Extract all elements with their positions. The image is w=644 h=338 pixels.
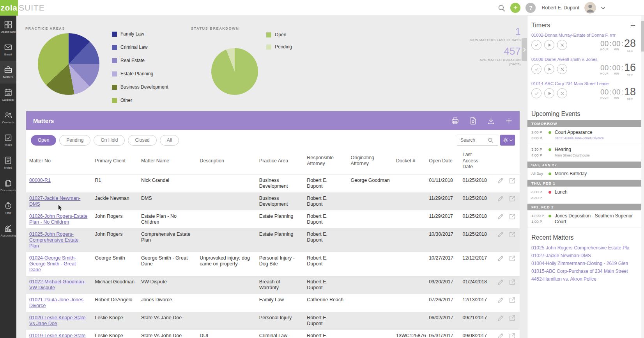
- timer-play-button[interactable]: [544, 40, 554, 50]
- open-external-icon[interactable]: [509, 297, 515, 303]
- timer-complete-button[interactable]: [531, 88, 541, 98]
- sidebar-item-tasks[interactable]: Tasks: [0, 129, 16, 151]
- edit-pencil-icon[interactable]: [497, 315, 504, 321]
- col-matter-name[interactable]: Matter Name: [138, 149, 196, 174]
- add-timer-button[interactable]: [630, 23, 636, 28]
- matter-link[interactable]: 01024-George Smith-George Smith - Great …: [29, 255, 76, 272]
- timer-discard-button[interactable]: [557, 88, 567, 98]
- add-icon[interactable]: [505, 117, 513, 125]
- app-logo[interactable]: zola SUITE: [0, 0, 45, 16]
- table-row[interactable]: 01021-Paula Jone-Jones Divorce Robert De…: [26, 294, 520, 312]
- open-external-icon[interactable]: [509, 231, 515, 238]
- sidebar-item-contacts[interactable]: Contacts: [0, 106, 16, 129]
- table-row[interactable]: 01024-George Smith-George Smith - Great …: [26, 252, 520, 276]
- table-row[interactable]: 01019-Leslie Knope-State Vs John Doe Les…: [26, 330, 520, 338]
- chevron-down-icon[interactable]: [601, 7, 605, 9]
- search-input[interactable]: [457, 137, 488, 143]
- col-primary-client[interactable]: Primary Client: [92, 149, 138, 174]
- timer-discard-button[interactable]: [557, 64, 567, 74]
- col-open-date[interactable]: Open Date: [426, 149, 459, 174]
- sidebar-item-dashboard[interactable]: Dashboard: [0, 16, 16, 38]
- table-row[interactable]: 00000-R1 R1 Nick Grandal Business Develo…: [26, 174, 520, 192]
- timer-discard-button[interactable]: [557, 40, 567, 50]
- scrollbar-thumb[interactable]: [641, 21, 644, 52]
- sidebar-item-matters[interactable]: Matters: [0, 61, 16, 84]
- sidebar-item-email[interactable]: Email: [0, 38, 16, 61]
- filter-closed[interactable]: Closed: [128, 135, 156, 146]
- filter-on-hold[interactable]: On Hold: [94, 135, 125, 146]
- edit-pencil-icon[interactable]: [497, 255, 504, 262]
- open-external-icon[interactable]: [509, 315, 515, 321]
- col-practice-area[interactable]: Practice Area: [256, 149, 304, 174]
- matter-link[interactable]: 01021-Paula Jone-Jones Divorce: [29, 297, 83, 308]
- edit-pencil-icon[interactable]: [497, 196, 504, 202]
- recent-matter-link[interactable]: 01025-John Rogers-Comprehensive Estate P…: [527, 244, 641, 252]
- sidebar-item-accounting[interactable]: Accounting: [0, 219, 16, 242]
- open-external-icon[interactable]: [509, 213, 515, 220]
- search-settings-button[interactable]: [500, 135, 515, 146]
- doc-export-icon[interactable]: [469, 117, 477, 125]
- edit-pencil-icon[interactable]: [497, 333, 504, 338]
- timer-complete-button[interactable]: [531, 40, 541, 50]
- col-responsible-attorney[interactable]: Responsible Attorney: [304, 149, 347, 174]
- matter-link[interactable]: 01020-Leslie Knope-State Vs Jane Doe: [29, 315, 86, 326]
- sidebar-item-time[interactable]: Time: [0, 197, 16, 219]
- event-item[interactable]: 2:00 P 3:00 P Court Appearance 01021-Pau…: [527, 127, 641, 144]
- download-icon[interactable]: [487, 117, 495, 125]
- edit-pencil-icon[interactable]: [497, 231, 504, 238]
- matter-link[interactable]: 01019-Leslie Knope-State Vs John Doe: [29, 333, 86, 338]
- timer-matter-link[interactable]: 01002-Donna Murray-Estate of Donna F. rr…: [531, 33, 637, 37]
- sidebar-item-notes[interactable]: Notes: [0, 151, 16, 174]
- table-row[interactable]: 01022-Michael Goodman-VW Dispute Michael…: [26, 276, 520, 294]
- avatar[interactable]: [584, 2, 596, 14]
- col-description[interactable]: Description: [196, 149, 256, 174]
- search-icon[interactable]: [488, 137, 493, 143]
- col-originating-attorney[interactable]: Originating Attorney: [348, 149, 393, 174]
- timer-play-button[interactable]: [544, 88, 554, 98]
- col-last-access-date[interactable]: Last Access Date: [459, 149, 490, 174]
- matter-link[interactable]: 00000-R1: [29, 178, 51, 183]
- quick-add-button[interactable]: +: [510, 3, 520, 13]
- event-item[interactable]: 12:00 P 1:00 P Jones Deposition - Southe…: [527, 210, 641, 228]
- edit-pencil-icon[interactable]: [497, 297, 504, 303]
- filter-pending[interactable]: Pending: [59, 135, 90, 146]
- recent-matter-link[interactable]: 01004-Holly Zimmermann-Closing - 2619 Gl…: [527, 260, 641, 267]
- recent-matter-link[interactable]: 4452-Hamilton vs. Akron Police: [527, 275, 641, 283]
- scrollbar[interactable]: [641, 16, 644, 338]
- timer-matter-link[interactable]: 01014-ABC Corp-234 Main Street Lease: [531, 81, 637, 86]
- filter-open[interactable]: Open: [31, 135, 56, 146]
- event-item[interactable]: All Day Mom's Birthday: [527, 168, 641, 180]
- timer-matter-link[interactable]: 01008-Darrel Averill-smith v. Jones: [531, 57, 637, 62]
- timer-complete-button[interactable]: [531, 64, 541, 74]
- filter-all[interactable]: All: [160, 135, 179, 146]
- sidebar-item-documents[interactable]: Documents: [0, 174, 16, 197]
- open-external-icon[interactable]: [509, 178, 515, 184]
- recent-matter-link[interactable]: 01027-Jackie Newman-DMS: [527, 252, 641, 260]
- col-docket-[interactable]: Docket #: [393, 149, 426, 174]
- table-row[interactable]: 01027-Jackie Newman-DMS Jackie Newman DM…: [26, 192, 520, 210]
- edit-pencil-icon[interactable]: [497, 279, 504, 285]
- open-external-icon[interactable]: [509, 279, 515, 285]
- edit-pencil-icon[interactable]: [497, 178, 504, 184]
- matter-link[interactable]: 01022-Michael Goodman-VW Dispute: [29, 279, 86, 290]
- user-name[interactable]: Robert E. Dupont: [541, 5, 579, 11]
- open-external-icon[interactable]: [509, 255, 515, 262]
- open-external-icon[interactable]: [509, 333, 515, 338]
- sidebar-item-calendar[interactable]: 25 Calendar: [0, 84, 16, 106]
- event-item[interactable]: 3:00 P 3:30 P Lunch: [527, 187, 641, 204]
- matter-link[interactable]: 01026-John Rogers-Estate Plan - No Child…: [29, 213, 87, 225]
- table-row[interactable]: 01025-John Rogers-Comprehensive Estate P…: [26, 228, 520, 252]
- open-external-icon[interactable]: [509, 196, 515, 202]
- timer-play-button[interactable]: [544, 64, 554, 74]
- event-item[interactable]: 3:30 P 4:00 P Hearing Main Street Courth…: [527, 144, 641, 161]
- matter-link[interactable]: 01025-John Rogers-Comprehensive Estate P…: [29, 231, 78, 249]
- table-row[interactable]: 01026-John Rogers-Estate Plan - No Child…: [26, 210, 520, 228]
- recent-matter-link[interactable]: 01015-ABC Corp-Purchase of 234 Main Stre…: [527, 267, 641, 275]
- collapse-panel-button[interactable]: [522, 38, 527, 61]
- matter-link[interactable]: 01027-Jackie Newman-DMS: [29, 196, 80, 207]
- print-icon[interactable]: [451, 117, 459, 125]
- table-row[interactable]: 01020-Leslie Knope-State Vs Jane Doe Les…: [26, 312, 520, 330]
- search-icon[interactable]: [498, 4, 505, 12]
- help-button[interactable]: ?: [525, 3, 536, 13]
- edit-pencil-icon[interactable]: [497, 213, 504, 220]
